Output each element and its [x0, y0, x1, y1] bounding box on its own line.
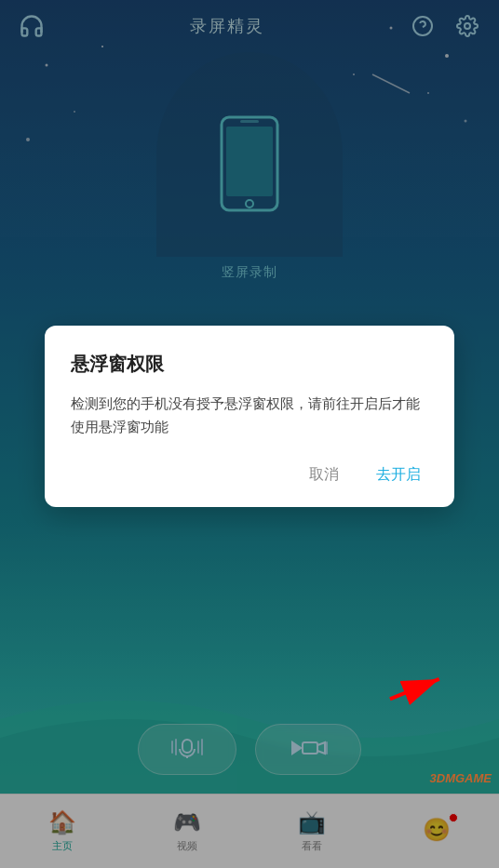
permission-dialog: 悬浮窗权限 检测到您的手机没有授予悬浮窗权限，请前往开启后才能使用悬浮窗功能 取…: [45, 326, 454, 507]
confirm-button[interactable]: 去开启: [369, 461, 428, 488]
dialog-title: 悬浮窗权限: [71, 352, 428, 377]
dialog-body: 检测到您的手机没有授予悬浮窗权限，请前往开启后才能使用悬浮窗功能: [71, 392, 428, 439]
watermark: 3DMGAME: [430, 769, 492, 786]
dialog-actions: 取消 去开启: [71, 461, 428, 488]
cancel-button[interactable]: 取消: [302, 461, 346, 488]
svg-line-27: [390, 662, 439, 714]
watermark-text: 3DMGAME: [430, 771, 492, 785]
